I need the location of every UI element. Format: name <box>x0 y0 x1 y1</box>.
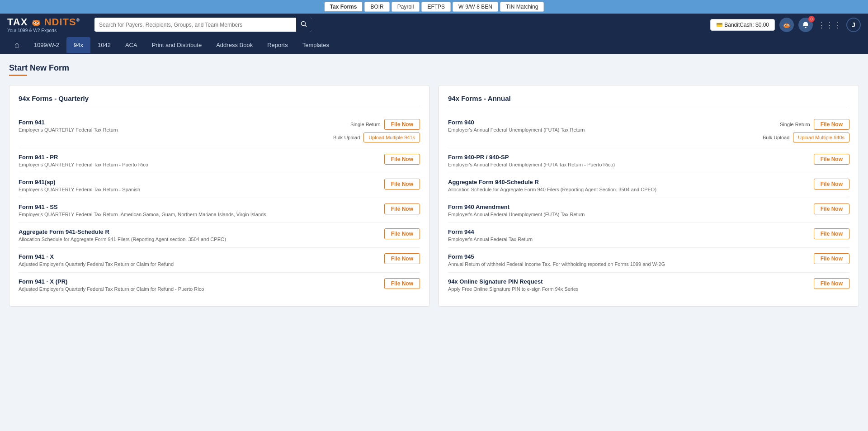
owl-avatar-icon <box>783 21 791 29</box>
form-940-pr-sp-file-now-button[interactable]: File Now <box>814 154 849 165</box>
form-941-x-file-now-button[interactable]: File Now <box>384 253 420 264</box>
header: TAX NDITS® Your 1099 & W2 Exports <box>0 14 868 36</box>
form-941-ss-info: Form 941 - SS Employer's QUARTERLY Feder… <box>19 204 339 217</box>
form-941-pr-info: Form 941 - PR Employer's QUARTERLY Feder… <box>19 154 339 167</box>
bandit-cash-label: BanditCash: $0.00 <box>724 22 769 28</box>
svg-point-3 <box>34 22 35 23</box>
topbar-tax-forms[interactable]: Tax Forms <box>324 2 363 12</box>
form-941-ss-file-now-button[interactable]: File Now <box>384 204 420 214</box>
user-menu-icon[interactable] <box>779 18 794 32</box>
form-941-bulk-row: Bulk Upload Upload Multiple 941s <box>333 133 420 142</box>
logo-area: TAX NDITS® Your 1099 & W2 Exports <box>7 16 80 33</box>
form-row-94x-pin: 94x Online Signature PIN Request Apply F… <box>448 273 849 297</box>
svg-point-10 <box>785 25 786 26</box>
form-945-file-now-button[interactable]: File Now <box>814 253 849 264</box>
form-941-x-actions: File Now <box>339 253 420 264</box>
form-94x-pin-file-now-button[interactable]: File Now <box>814 278 849 289</box>
nav-print-distribute[interactable]: Print and Distribute <box>145 37 209 53</box>
form-940-amendment-file-now-button[interactable]: File Now <box>814 204 849 214</box>
nav-templates[interactable]: Templates <box>295 37 336 53</box>
form-row-agg-940: Aggregate Form 940-Schedule R Allocation… <box>448 173 849 198</box>
logo-subtitle: Your 1099 & W2 Exports <box>7 28 80 33</box>
topbar-boir[interactable]: BOIR <box>364 2 389 12</box>
form-94x-pin-actions: File Now <box>768 278 849 289</box>
form-94x-pin-name: 94x Online Signature PIN Request <box>448 278 768 285</box>
search-button[interactable] <box>296 18 311 32</box>
form-row-941-ss: Form 941 - SS Employer's QUARTERLY Feder… <box>19 198 420 223</box>
form-941-sp-file-now-button[interactable]: File Now <box>384 179 420 189</box>
form-941-x-pr-desc: Adjusted Employer's Quarterly Federal Ta… <box>19 286 339 292</box>
nav-reports[interactable]: Reports <box>260 37 295 53</box>
form-941-x-info: Form 941 - X Adjusted Employer's Quarter… <box>19 253 339 267</box>
form-940-pr-sp-actions: File Now <box>768 154 849 165</box>
nav-94x[interactable]: 94x <box>66 37 90 53</box>
form-944-file-now-button[interactable]: File Now <box>814 228 849 239</box>
form-941-bulk-label: Bulk Upload <box>333 135 360 140</box>
form-agg-941-actions: File Now <box>339 228 420 239</box>
topbar-payroll[interactable]: Payroll <box>392 2 420 12</box>
nav-1042-label: 1042 <box>98 42 111 48</box>
form-agg-941-name: Aggregate Form 941-Schedule R <box>19 228 339 235</box>
form-row-940-pr-sp: Form 940-PR / 940-SP Employer's Annual F… <box>448 148 849 173</box>
form-row-941-pr: Form 941 - PR Employer's QUARTERLY Feder… <box>19 148 420 173</box>
form-941-x-pr-actions: File Now <box>339 278 420 289</box>
form-940-pr-sp-info: Form 940-PR / 940-SP Employer's Annual F… <box>448 154 768 167</box>
form-94x-pin-desc: Apply Free Online Signature PIN to e-sig… <box>448 286 768 292</box>
nav-1099-w2[interactable]: 1099/W-2 <box>27 37 66 53</box>
nav-address-book[interactable]: Address Book <box>209 37 260 53</box>
quarterly-section: 94x Forms - Quarterly Form 941 Employer'… <box>9 85 429 307</box>
form-941-single-label: Single Return <box>350 122 381 127</box>
form-941-single-row: Single Return File Now <box>350 119 420 130</box>
form-940-pr-sp-desc: Employer's Annual Federal Unemployment (… <box>448 162 768 167</box>
form-940-info: Form 940 Employer's Annual Federal Unemp… <box>448 119 763 133</box>
form-941-x-pr-file-now-button[interactable]: File Now <box>384 278 420 289</box>
search-input[interactable] <box>94 19 296 31</box>
svg-point-4 <box>37 22 38 23</box>
form-945-info: Form 945 Annual Return of withheld Feder… <box>448 253 768 267</box>
svg-line-6 <box>305 25 307 27</box>
form-941-pr-name: Form 941 - PR <box>19 154 339 161</box>
form-agg-940-actions: File Now <box>768 179 849 189</box>
form-row-940: Form 940 Employer's Annual Federal Unemp… <box>448 114 849 148</box>
form-941-pr-desc: Employer's QUARTERLY Federal Tax Return … <box>19 162 339 167</box>
annual-section: 94x Forms - Annual Form 940 Employer's A… <box>439 85 859 307</box>
header-right: 💳 BanditCash: $0.00 0 ⋮⋮⋮ J <box>710 18 861 32</box>
form-941-ss-name: Form 941 - SS <box>19 204 339 210</box>
form-944-info: Form 944 Employer's Annual Federal Tax R… <box>448 228 768 242</box>
nav-94x-label: 94x <box>74 42 83 48</box>
form-940-upload-button[interactable]: Upload Multiple 940s <box>793 133 849 142</box>
form-940-bulk-row: Bulk Upload Upload Multiple 940s <box>763 133 849 142</box>
grid-icon[interactable]: ⋮⋮⋮ <box>817 20 842 30</box>
title-underline <box>9 75 27 76</box>
form-941-file-now-button[interactable]: File Now <box>384 119 420 130</box>
svg-point-11 <box>788 25 788 26</box>
nav-1042[interactable]: 1042 <box>90 37 118 53</box>
form-941-desc: Employer's QUARTERLY Federal Tax Return <box>19 127 333 133</box>
form-945-actions: File Now <box>768 253 849 264</box>
logo-tax: TAX <box>7 16 28 28</box>
form-940-file-now-button[interactable]: File Now <box>814 119 849 130</box>
form-row-941: Form 941 Employer's QUARTERLY Federal Ta… <box>19 114 420 148</box>
nav-templates-label: Templates <box>302 42 329 48</box>
annual-section-title: 94x Forms - Annual <box>448 95 849 106</box>
topbar-eftps[interactable]: EFTPS <box>421 2 451 12</box>
form-941-upload-button[interactable]: Upload Multiple 941s <box>363 133 420 142</box>
notification-icon[interactable]: 0 <box>798 18 813 32</box>
page-title: Start New Form <box>9 63 859 73</box>
form-row-941-sp: Form 941(sp) Employer's QUARTERLY Federa… <box>19 173 420 198</box>
form-row-945: Form 945 Annual Return of withheld Feder… <box>448 248 849 273</box>
nav-aca[interactable]: ACA <box>118 37 145 53</box>
bandit-cash-button[interactable]: 💳 BanditCash: $0.00 <box>710 19 775 31</box>
user-avatar[interactable]: J <box>846 18 861 32</box>
topbar-tin-matching[interactable]: TIN Matching <box>500 2 544 12</box>
form-94x-pin-info: 94x Online Signature PIN Request Apply F… <box>448 278 768 292</box>
form-941-x-name: Form 941 - X <box>19 253 339 260</box>
topbar-w9-w8ben[interactable]: W-9/W-8 BEN <box>453 2 498 12</box>
top-bar: Tax Forms BOIR Payroll EFTPS W-9/W-8 BEN… <box>0 0 868 14</box>
form-agg-941-file-now-button[interactable]: File Now <box>384 228 420 239</box>
form-941-pr-file-now-button[interactable]: File Now <box>384 154 420 165</box>
form-agg-940-file-now-button[interactable]: File Now <box>814 179 849 189</box>
nav-home[interactable]: ⌂ <box>7 36 27 54</box>
form-940-amendment-desc: Employer's Annual Federal Unemployment (… <box>448 212 768 217</box>
form-941-name: Form 941 <box>19 119 333 126</box>
